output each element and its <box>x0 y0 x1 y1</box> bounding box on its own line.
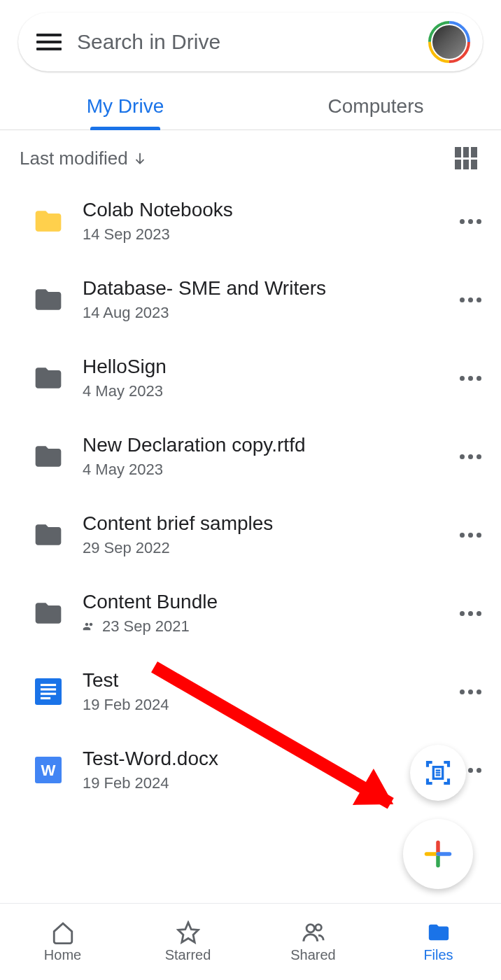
file-name: Content Bundle <box>83 591 438 613</box>
plus-icon <box>423 839 453 869</box>
nav-home[interactable]: Home <box>0 904 125 980</box>
nav-starred[interactable]: Starred <box>125 904 250 980</box>
file-name: HelloSign <box>83 356 438 378</box>
file-date: 4 May 2023 <box>83 461 438 479</box>
more-icon[interactable] <box>456 454 484 459</box>
avatar[interactable] <box>428 21 470 63</box>
svg-point-16 <box>306 925 314 932</box>
folder-icon <box>32 440 64 472</box>
list-item[interactable]: Colab Notebooks 14 Sep 2023 <box>0 182 501 260</box>
arrow-down-icon <box>132 150 148 166</box>
more-icon[interactable] <box>456 690 484 694</box>
word-icon: W <box>32 754 64 786</box>
grid-view-icon[interactable] <box>455 147 477 169</box>
svg-text:W: W <box>41 762 56 779</box>
scan-icon <box>424 759 452 787</box>
list-item[interactable]: Database- SME and Writers 14 Aug 2023 <box>0 260 501 339</box>
gdoc-icon <box>32 676 64 708</box>
menu-icon[interactable] <box>36 29 62 55</box>
list-item[interactable]: New Declaration copy.rtfd 4 May 2023 <box>0 417 501 496</box>
more-icon[interactable] <box>456 376 484 381</box>
file-date: 19 Feb 2024 <box>83 774 438 792</box>
file-date: 23 Sep 2021 <box>83 617 438 636</box>
tab-computers[interactable]: Computers <box>250 83 501 130</box>
shared-icon <box>83 620 95 633</box>
file-name: Colab Notebooks <box>83 199 438 221</box>
nav-shared[interactable]: Shared <box>250 904 376 980</box>
fab-stack <box>403 745 473 889</box>
file-date: 14 Sep 2023 <box>83 225 438 244</box>
star-icon <box>176 920 200 944</box>
more-icon[interactable] <box>456 298 484 302</box>
list-item[interactable]: Test 19 Feb 2024 <box>0 652 501 731</box>
list-item[interactable]: HelloSign 4 May 2023 <box>0 339 501 417</box>
people-icon <box>302 920 325 944</box>
svg-rect-8 <box>41 697 50 699</box>
home-icon <box>51 920 75 944</box>
svg-rect-5 <box>41 684 56 686</box>
more-icon[interactable] <box>456 219 484 224</box>
tab-my-drive[interactable]: My Drive <box>0 83 250 130</box>
folder-icon <box>32 519 64 551</box>
create-button[interactable] <box>403 819 473 889</box>
sort-label: Last modified <box>20 148 128 169</box>
file-name: Test <box>83 669 438 692</box>
nav-label: Starred <box>165 947 211 963</box>
svg-point-17 <box>315 925 321 931</box>
folder-icon <box>427 920 451 944</box>
file-date: 19 Feb 2024 <box>83 696 438 714</box>
sort-button[interactable]: Last modified <box>20 148 148 169</box>
list-item[interactable]: Content Bundle 23 Sep 2021 <box>0 574 501 652</box>
folder-icon <box>32 362 64 394</box>
search-input[interactable] <box>77 30 413 54</box>
nav-label: Files <box>423 947 453 963</box>
svg-marker-15 <box>178 923 197 942</box>
svg-rect-7 <box>41 693 56 695</box>
folder-icon <box>32 284 64 316</box>
file-name: Content brief samples <box>83 512 438 535</box>
file-date: 29 Sep 2022 <box>83 539 438 557</box>
file-date: 14 Aug 2023 <box>83 304 438 322</box>
folder-icon <box>32 205 64 237</box>
scan-button[interactable] <box>410 745 466 801</box>
search-bar <box>18 13 483 71</box>
more-icon[interactable] <box>456 611 484 616</box>
folder-icon <box>32 597 64 629</box>
svg-rect-6 <box>41 688 56 690</box>
list-item[interactable]: Content brief samples 29 Sep 2022 <box>0 496 501 574</box>
file-name: Test-Word.docx <box>83 748 438 770</box>
toolbar: Last modified <box>0 130 501 182</box>
svg-rect-4 <box>35 678 62 705</box>
more-icon[interactable] <box>456 533 484 538</box>
nav-label: Home <box>44 947 81 963</box>
file-name: Database- SME and Writers <box>83 277 438 300</box>
file-name: New Declaration copy.rtfd <box>83 434 438 456</box>
tabs: My Drive Computers <box>0 83 501 130</box>
nav-files[interactable]: Files <box>376 904 501 980</box>
file-date: 4 May 2023 <box>83 382 438 400</box>
bottom-nav: Home Starred Shared Files <box>0 903 501 980</box>
nav-label: Shared <box>290 947 336 963</box>
